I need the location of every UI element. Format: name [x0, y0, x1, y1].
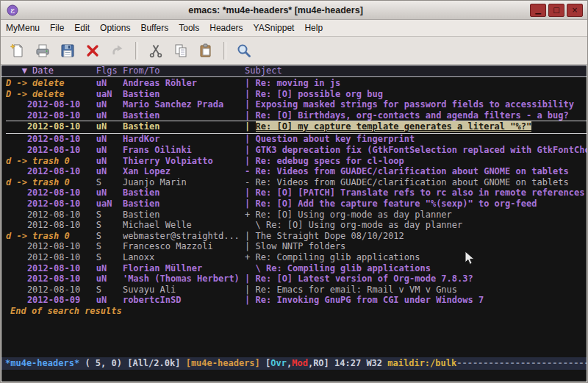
current-subject-highlight: Re: [O] my capture template generates a … [256, 121, 532, 132]
message-date: 2012-08-10 [16, 99, 96, 110]
message-subject: \ Re: [O] Using org-mode as day planner [245, 220, 587, 231]
new-file-button[interactable] [7, 40, 29, 62]
message-from: Thierry Volpiatto [123, 156, 245, 167]
search-icon [236, 43, 252, 59]
maximize-button[interactable]: □ [548, 4, 564, 17]
message-flags: S [96, 177, 123, 188]
message-row[interactable]: 2012-08-10uNBastien| Re: [O] [PATCH] Tra… [6, 187, 587, 198]
message-row[interactable]: D-> deleteuNAndreas Röhler| Re: moving i… [6, 78, 587, 89]
mode-line[interactable]: *mu4e-headers* ( 5, 0) [All/2.0k] [mu4e-… [1, 357, 587, 370]
message-date: 2012-08-10 [16, 220, 96, 231]
message-flags: uN [96, 145, 123, 156]
message-row[interactable]: d-> trash 0SJuanjo Marin- Re: Videos fro… [6, 177, 587, 188]
message-row[interactable]: 2012-08-10SSuvayu Ali| Re: Emacs for ema… [6, 284, 587, 296]
message-date: -> trash 0 [16, 156, 96, 167]
column-header-date[interactable]: ▼ Date [16, 65, 96, 76]
menu-buffers[interactable]: Buffers [135, 21, 173, 35]
column-header-flags[interactable]: Flgs [96, 65, 123, 76]
menu-help[interactable]: Help [299, 21, 328, 35]
menu-headers[interactable]: Headers [204, 21, 248, 35]
modeline-segment: W32 [361, 358, 387, 368]
cut-button[interactable] [145, 40, 167, 62]
message-from: Bastien [123, 198, 245, 210]
message-mark [6, 252, 16, 263]
message-date: 2012-08-10 [16, 252, 96, 263]
message-date: -> trash 0 [16, 177, 96, 188]
message-row[interactable]: d-> trash 0uNThierry Volpiatto| Re: edeb… [6, 156, 587, 167]
print-button[interactable] [32, 40, 54, 62]
message-row[interactable]: 2012-08-10SFrancesco Mazzoli| Slow NNTP … [6, 241, 587, 252]
menu-yasnippet[interactable]: YASnippet [248, 21, 300, 35]
message-flags: uN [96, 121, 123, 133]
message-subject: | GTK3 deprecation fix (GtkFontSelection… [245, 145, 587, 156]
message-flags: S [96, 284, 123, 296]
message-row[interactable]: 2012-08-10SMichael Welle \ Re: [O] Using… [6, 220, 587, 231]
column-header-from[interactable]: From/To [123, 65, 245, 76]
message-subject: + Re: [O] Using org-mode as day planner [245, 210, 587, 221]
message-row[interactable]: 2012-08-10uNXan Lopez- Re: Videos from G… [6, 166, 587, 177]
close-buffer-icon [85, 43, 101, 59]
modeline-segment: 14:27 [334, 358, 361, 368]
message-row[interactable]: 2012-08-10uaNBastien| Re: [O] Add the ca… [6, 198, 587, 210]
message-from: Florian Müllner [123, 263, 245, 274]
headers-header-line: ▼ DateFlgsFrom/ToSubject [1, 65, 587, 77]
message-from: Bastien [123, 110, 245, 121]
message-mark [6, 198, 16, 210]
undo-button[interactable] [107, 40, 129, 62]
message-row[interactable]: 2012-08-10uNBastien| Re: [O] my capture … [6, 121, 587, 134]
message-row[interactable]: 2012-08-10uNMario Sanchez Prada| Exposin… [6, 99, 587, 110]
menu-edit[interactable]: Edit [69, 21, 95, 35]
message-from: 'Mash (Thomas Herbert) [123, 273, 245, 284]
message-subject: \ Re: Compiling glib applications [245, 263, 587, 274]
new-file-icon [10, 43, 26, 59]
paste-button[interactable] [195, 40, 217, 62]
search-button[interactable] [233, 40, 255, 62]
message-row[interactable]: 2012-08-10uNFrans Oilinki| GTK3 deprecat… [6, 145, 587, 156]
message-mark: d [6, 177, 16, 188]
message-row[interactable]: 2012-08-09uNrobertcInSD| Re: Invoking Gn… [6, 295, 587, 306]
message-date: 2012-08-10 [16, 198, 96, 210]
message-subject: | Question about key fingerprint [245, 134, 587, 145]
message-flags: uN [96, 78, 123, 89]
message-from: Mario Sanchez Prada [123, 99, 245, 110]
tool-bar [1, 37, 587, 65]
message-from: Bastien [123, 121, 245, 133]
message-subject: | Re: [O] Latest version of Org-mode 7.8… [245, 273, 587, 284]
copy-button[interactable] [170, 40, 192, 62]
message-mark: d [6, 156, 16, 167]
menu-file[interactable]: File [45, 21, 69, 35]
message-flags: S [96, 252, 123, 263]
message-flags: uN [96, 156, 123, 167]
message-from: Xan Lopez [123, 166, 245, 177]
message-date: 2012-08-09 [16, 295, 96, 306]
message-row[interactable]: 2012-08-10SLanoxx+ Re: Compiling glib ap… [6, 252, 587, 263]
modeline-segment [180, 358, 185, 368]
close-button[interactable]: × [567, 4, 583, 17]
message-row[interactable]: 2012-08-10SBastien+ Re: [O] Using org-mo… [6, 210, 587, 221]
message-from: Bastien [123, 89, 245, 100]
close-buffer-button[interactable] [82, 40, 104, 62]
message-row[interactable]: 2012-08-10uNHardKor| Question about key … [6, 134, 587, 145]
menu-tools[interactable]: Tools [173, 21, 204, 35]
message-subject: | Re: moving in js [245, 78, 587, 89]
menu-mymenu[interactable]: MyMenu [1, 21, 45, 35]
message-row[interactable]: 2012-08-10uNFlorian Müllner \ Re: Compil… [6, 263, 587, 274]
message-row[interactable]: D-> deleteuaNBastien| Re: [O] possible o… [6, 89, 587, 100]
message-date: 2012-08-10 [16, 187, 96, 198]
modeline-segment: ----------------------------------------… [456, 358, 587, 368]
message-row[interactable]: 2012-08-10uN'Mash (Thomas Herbert)| Re: … [6, 273, 587, 284]
modeline-segment: Ovr [270, 358, 287, 368]
modeline-segment: RO [313, 358, 323, 368]
menu-options[interactable]: Options [95, 21, 135, 35]
minimize-button[interactable]: ▁ [530, 4, 546, 17]
message-mark [6, 145, 16, 156]
title-bar[interactable]: ε emacs: *mu4e-headers* [mu4e-headers] ▁… [1, 1, 587, 20]
window-controls: ▁ □ × [530, 4, 583, 17]
modeline-segment: [All/2.0k] [127, 358, 180, 368]
save-button[interactable] [57, 40, 79, 62]
message-row[interactable]: d-> trash 0Swebmaster@straightd...| The … [6, 231, 587, 242]
message-row[interactable]: 2012-08-10uNBastien| Re: [O] Birthdays, … [6, 110, 587, 121]
message-mark [6, 110, 16, 121]
message-mark [6, 241, 16, 252]
column-header-subject[interactable]: Subject [245, 65, 587, 76]
